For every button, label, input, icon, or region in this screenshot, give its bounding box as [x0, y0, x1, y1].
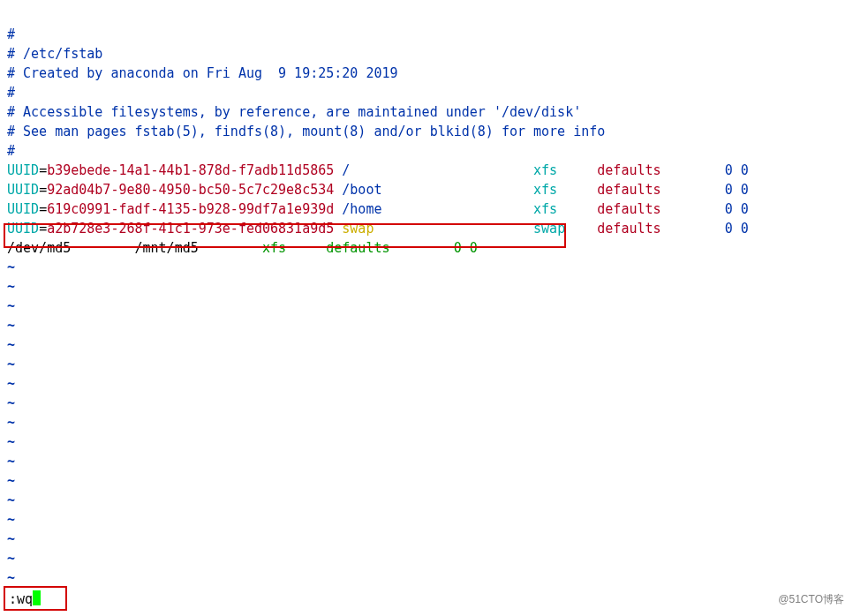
dump: 0 [725, 221, 733, 237]
vim-tilde: ~ [7, 434, 15, 450]
vim-tilde: ~ [7, 492, 15, 508]
uuid-value: 619c0991-fadf-4135-b928-99df7a1e939d [47, 201, 334, 217]
equals: = [39, 182, 47, 198]
vim-tilde: ~ [7, 473, 15, 489]
equals: = [39, 201, 47, 217]
pass: 0 [741, 201, 749, 217]
vim-command: :wq [9, 591, 33, 607]
vim-tilde: ~ [7, 395, 15, 411]
pass: 0 [470, 240, 478, 256]
vim-tilde: ~ [7, 512, 15, 528]
mount-point: / [342, 162, 350, 178]
dump: 0 [454, 240, 462, 256]
pass: 0 [741, 162, 749, 178]
comment-line: # Created by anaconda on Fri Aug 9 19:25… [7, 65, 398, 81]
uuid-key: UUID [7, 221, 39, 237]
mount-point: swap [342, 221, 374, 237]
uuid-key: UUID [7, 182, 39, 198]
uuid-value: 92ad04b7-9e80-4950-bc50-5c7c29e8c534 [47, 182, 334, 198]
vim-tilde: ~ [7, 531, 15, 547]
vim-tilde: ~ [7, 454, 15, 470]
fs-type: xfs [262, 240, 286, 256]
vim-tilde: ~ [7, 298, 15, 314]
vim-command-line[interactable]: :wq [9, 589, 41, 609]
comment-line: # [7, 26, 15, 42]
mount-point: /home [342, 201, 381, 217]
vim-tilde: ~ [7, 376, 15, 392]
vim-tilde: ~ [7, 551, 15, 567]
uuid-key: UUID [7, 201, 39, 217]
fs-type: xfs [533, 201, 557, 217]
equals: = [39, 221, 47, 237]
uuid-value: a2b728e3-268f-41c1-973e-fed06831a9d5 [47, 221, 334, 237]
mount-opts: defaults [597, 221, 661, 237]
mount-opts: defaults [597, 162, 661, 178]
dump: 0 [725, 201, 733, 217]
vim-tilde: ~ [7, 337, 15, 353]
equals: = [39, 162, 47, 178]
fs-type: xfs [533, 182, 557, 198]
mount-opts: defaults [597, 182, 661, 198]
vim-tilde: ~ [7, 357, 15, 372]
watermark: @51CTO博客 [778, 590, 844, 609]
uuid-value: b39ebede-14a1-44b1-878d-f7adb11d5865 [47, 162, 334, 178]
comment-line: # Accessible filesystems, by reference, … [7, 104, 581, 120]
comment-line: # See man pages fstab(5), findfs(8), mou… [7, 124, 605, 139]
mount-point: /boot [342, 182, 381, 198]
pass: 0 [741, 182, 749, 198]
vim-tilde: ~ [7, 570, 15, 586]
dump: 0 [725, 162, 733, 178]
mount-opts: defaults [597, 201, 661, 217]
uuid-key: UUID [7, 162, 39, 178]
vim-tilde: ~ [7, 259, 15, 275]
comment-line: # [7, 143, 15, 159]
pass: 0 [741, 221, 749, 237]
vim-tilde: ~ [7, 415, 15, 431]
cursor-icon [33, 590, 41, 605]
vim-tilde: ~ [7, 318, 15, 334]
vim-tilde: ~ [7, 279, 15, 295]
comment-line: # /etc/fstab [7, 46, 102, 62]
dump: 0 [725, 182, 733, 198]
mount-point: /mnt/md5 [135, 240, 199, 256]
comment-line: # [7, 85, 15, 101]
fs-type: swap [533, 221, 565, 237]
mount-opts: defaults [326, 240, 389, 256]
fs-type: xfs [533, 162, 557, 178]
device: /dev/md5 [7, 240, 71, 256]
vim-editor-area[interactable]: # # /etc/fstab # Created by anaconda on … [7, 5, 846, 588]
